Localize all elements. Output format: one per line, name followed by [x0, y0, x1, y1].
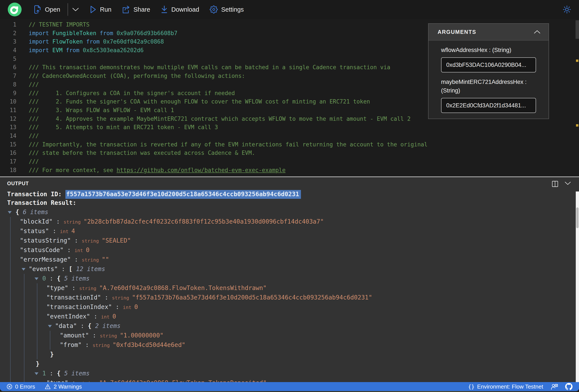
code-token: import	[29, 38, 53, 45]
items-count: 2 items	[91, 322, 121, 330]
line-number: 4	[0, 46, 16, 55]
json-value: 4	[71, 227, 75, 235]
json-token: :	[53, 218, 64, 225]
json-token: :	[101, 294, 112, 301]
code-token: ///	[29, 133, 39, 139]
json-key: "errorMessage"	[20, 256, 71, 263]
line-number: 15	[0, 140, 16, 149]
output-tree-row: }	[0, 350, 579, 359]
collapse-triangle-icon[interactable]	[35, 372, 38, 375]
share-icon	[122, 5, 130, 14]
json-key: 0	[42, 275, 46, 282]
json-key: "events"	[29, 265, 58, 273]
collapse-triangle-icon[interactable]	[8, 211, 12, 214]
collapse-triangle-icon[interactable]	[48, 325, 52, 328]
download-button[interactable]: Download	[161, 5, 199, 14]
json-value: "f557a1573b76aa53e73d46f3e10d200d5c18a65…	[132, 294, 372, 301]
code-line: 15/// Importantly, the transaction is re…	[0, 140, 579, 149]
code-token: from	[100, 30, 117, 36]
code-token: /// 4. Approves the example MaybeMintERC…	[29, 115, 411, 122]
code-link[interactable]: https://github.com/onflow/batched-evm-ex…	[117, 167, 286, 173]
collapse-triangle-icon[interactable]	[35, 278, 38, 280]
json-key: "type"	[46, 379, 68, 382]
json-token: :	[90, 313, 101, 320]
tree-row-content: "data" : { 2 items	[0, 321, 579, 331]
line-number: 2	[0, 29, 16, 38]
tree-row-content: "errorMessage" : string ""	[0, 255, 579, 265]
json-bracket: {	[88, 322, 91, 330]
json-value: "A.7e60df042a9c0868.FlowToken.TokensWith…	[99, 284, 266, 291]
warning-marker	[576, 59, 578, 62]
output-scrollbar-track[interactable]	[576, 191, 579, 382]
open-dropdown-chevron-icon[interactable]	[72, 7, 79, 12]
tree-row-content: "statusCode" : int 0	[0, 245, 579, 255]
code-text: /// 2. Funds the signer's COA with enoug…	[29, 98, 370, 106]
code-token: /// 2. Funds the signer's COA with enoug…	[29, 98, 370, 105]
code-text: // TESTNET IMPORTS	[29, 20, 90, 29]
desktop-edge	[0, 391, 579, 392]
json-key: "blockId"	[20, 218, 53, 225]
warnings-status[interactable]: 2 Warnings	[45, 383, 82, 390]
code-text: ///	[29, 132, 39, 140]
output-tree-row: "transactionId" : string "f557a1573b76aa…	[0, 293, 579, 302]
json-value: 0	[86, 246, 90, 254]
code-token: /// 3. Wraps FLOW as WFLOW - EVM call 1	[29, 107, 174, 113]
warning-triangle-icon	[45, 384, 51, 390]
json-bracket: {	[15, 209, 19, 216]
run-button[interactable]: Run	[90, 6, 111, 13]
code-line: 17///	[0, 157, 579, 166]
share-button[interactable]: Share	[122, 5, 150, 14]
json-bracket: [	[69, 265, 72, 273]
json-token: :	[71, 237, 82, 244]
json-value: 0	[134, 303, 138, 311]
json-type-label: string	[64, 219, 83, 225]
arguments-header[interactable]: ARGUMENTS	[429, 24, 549, 41]
json-key: "type"	[46, 284, 68, 291]
tree-row-content: "from" : string "0xfd3b4cd50d44e6ed"	[0, 340, 579, 350]
output-tree-row: "blockId" : string "2b28cbfb87da2cfec4f0…	[0, 217, 579, 226]
json-key: "from"	[60, 341, 82, 348]
json-token: :	[58, 265, 69, 273]
argument-input-maybemint[interactable]	[441, 98, 536, 113]
arguments-body: wflowAddressHex : (String) maybeMintERC7…	[429, 41, 549, 113]
tree-row-content: 0 : { 5 items	[0, 274, 579, 283]
tree-row-content: "status" : int 4	[0, 226, 579, 236]
output-tree-row: "errorMessage" : string ""	[0, 255, 579, 264]
tree-row-content: "statusString" : string "SEALED"	[0, 236, 579, 246]
flow-logo[interactable]	[8, 2, 22, 16]
argument-input-wflow[interactable]	[441, 57, 536, 72]
run-play-icon	[90, 6, 96, 13]
output-scrollbar-thumb[interactable]	[576, 207, 579, 228]
errors-status[interactable]: 0 Errors	[6, 383, 35, 390]
json-type-label: string	[79, 286, 99, 291]
code-line: 18/// For more context, see https://gith…	[0, 166, 579, 175]
collapse-chevron-icon[interactable]	[533, 30, 541, 34]
json-value: "1.00000000"	[120, 332, 163, 339]
json-type-label: string	[112, 295, 132, 301]
output-tree-row: "type" : string "A.7e60df042a9c0868.Flow…	[0, 283, 579, 293]
json-key: "statusString"	[20, 237, 71, 244]
environment-status[interactable]: {} Environment: Flow Testnet	[468, 383, 543, 390]
editor-scrollbar-thumb[interactable]	[576, 20, 579, 39]
toolbar: Open Run Share	[0, 0, 579, 19]
code-token: /// 1. Configures a COA in the signer's …	[29, 90, 235, 96]
status-bar: 0 Errors 2 Warnings {} Environment: Flow…	[0, 382, 579, 391]
json-type-label: string	[100, 333, 120, 338]
feedback-person-icon[interactable]	[551, 383, 558, 390]
output-tree-row: "transactionIndex" : int 0	[0, 302, 579, 312]
flow-runner-app: Open Run Share	[0, 0, 579, 392]
output-tree-row: "type" : string "A.7e60df042a9c0868.Flow…	[0, 378, 579, 382]
json-type-label: int	[60, 229, 71, 234]
collapse-triangle-icon[interactable]	[22, 268, 25, 271]
code-text: import FungibleToken from 0x9a0766d93b66…	[29, 29, 177, 38]
json-value: "0xfd3b4cd50d44e6ed"	[112, 341, 185, 348]
json-token: :	[82, 341, 93, 348]
github-icon[interactable]	[565, 383, 573, 390]
line-number: 16	[0, 149, 16, 157]
json-token: :	[71, 256, 82, 263]
theme-toggle-sun-icon[interactable]	[563, 5, 571, 14]
open-button[interactable]: Open	[34, 5, 60, 14]
tree-row-content: "transactionIndex" : int 0	[0, 302, 579, 312]
settings-button[interactable]: Settings	[210, 5, 244, 14]
download-label: Download	[171, 6, 199, 13]
